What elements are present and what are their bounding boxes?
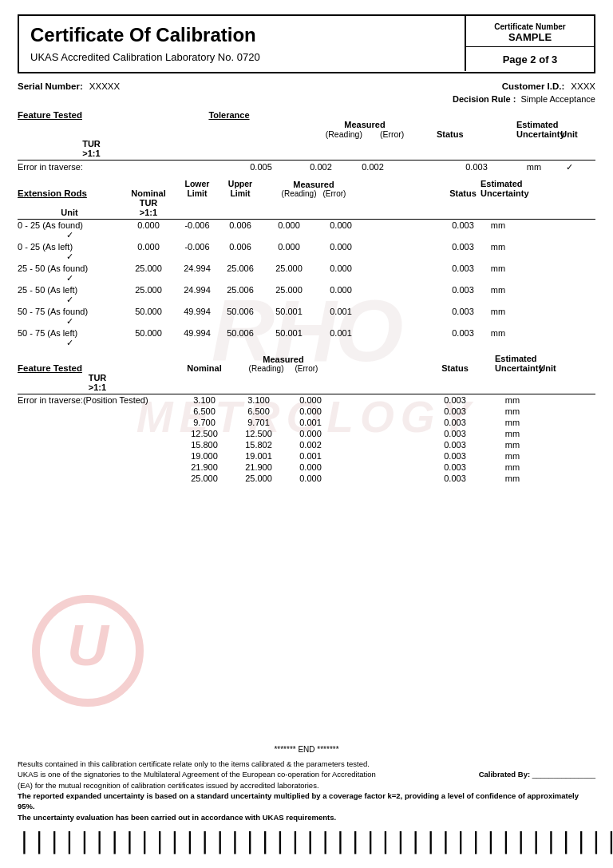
s1-feature-name: Error in traverse: <box>18 162 165 172</box>
footer-line1: Results contained in this calibration ce… <box>18 759 595 769</box>
s1-uncertainty-val: 0.003 <box>437 162 516 172</box>
table-row: 21.900 21.900 0.000 0.003 mm <box>18 462 595 473</box>
s2-unit-header: Unit <box>18 208 121 217</box>
s1-error-val: 0.002 <box>349 162 397 172</box>
customer-value: XXXX <box>571 81 595 91</box>
footer-line5: The uncertainty evaluation has been carr… <box>18 812 595 822</box>
table-row: 15.800 15.802 0.002 0.003 mm <box>18 439 595 450</box>
page-number-value: Page 2 of 3 <box>471 54 589 65</box>
calibrated-by: Calibrated By: _______________ <box>479 769 595 779</box>
s2-upper-header: Upper Limit <box>219 179 262 198</box>
logo-watermark: U <box>32 595 144 708</box>
table-row: 50 - 75 (As found) 50.000 49.994 50.006 … <box>18 306 595 327</box>
page-number-box: Page 2 of 3 <box>466 47 594 72</box>
s1-unit-val: mm <box>516 162 552 172</box>
cert-number-label: Certificate Number <box>471 22 589 31</box>
decision-row: Decision Rule : Simple Acceptance <box>18 94 595 104</box>
s1-reading-val: 0.002 <box>293 162 349 172</box>
serial-label: Serial Number: <box>18 81 83 91</box>
table-row: Error in traverse:(Position Tested) 3.10… <box>18 394 595 406</box>
section3: Feature Tested Nominal Measured (Reading… <box>18 354 595 484</box>
s1-tolerance-val: 0.005 <box>229 162 293 172</box>
s1-tolerance-header: Tolerance <box>165 110 293 120</box>
table-row: 25.000 25.000 0.000 0.003 mm <box>18 473 595 484</box>
table-row: 9.700 9.701 0.001 0.003 mm <box>18 417 595 428</box>
header: Certificate Of Calibration UKAS Accredit… <box>18 14 595 73</box>
s1-unit-header: Unit <box>552 129 587 139</box>
s3-unit-header: Unit <box>530 363 565 373</box>
s2-uncertainty-header: Estimated Uncertainty <box>481 179 516 198</box>
decision-label: Decision Rule : <box>453 94 516 104</box>
cert-number-value: SAMPLE <box>471 31 589 43</box>
footer-main: Results contained in this calibration ce… <box>18 759 595 857</box>
svg-text:U: U <box>67 613 110 677</box>
cert-number-box: Certificate Number SAMPLE <box>466 16 594 47</box>
s3-measured-header: Measured (Reading) (Error) <box>231 355 335 373</box>
s1-status-header: Status <box>437 129 516 139</box>
s2-status-header: Status <box>445 188 481 198</box>
section1: Feature Tested Tolerance Measured (Readi… <box>18 110 595 174</box>
customer-label: Customer I.D.: <box>502 81 565 91</box>
s2-data-rows: 0 - 25 (As found) 0.000 -0.006 0.006 0.0… <box>18 220 595 349</box>
serial-item: Serial Number: XXXXX <box>18 81 120 91</box>
s1-tur-val: ✓ <box>552 162 587 172</box>
s1-tur-header: TUR >1:1 <box>18 139 165 158</box>
footer-end: ******* END ******* <box>18 745 595 754</box>
s2-tur-header: TUR >1:1 <box>121 198 176 217</box>
footer-calibrated-row: UKAS is one of the signatories to the Mu… <box>18 769 595 779</box>
table-row: 19.000 19.001 0.001 0.003 mm <box>18 450 595 462</box>
s3-tur-header: TUR >1:1 <box>18 373 177 392</box>
s1-measured-header: Measured (Reading) (Error) <box>293 120 437 139</box>
table-row: 12.500 12.500 0.000 0.003 mm <box>18 428 595 439</box>
section2: Extension Rods Nominal Lower Limit Upper… <box>18 179 595 349</box>
serial-customer-row: Serial Number: XXXXX Customer I.D.: XXXX <box>18 81 595 91</box>
s1-uncertainty-header: Estimated Uncertainty <box>516 120 552 139</box>
footer-line3: (EA) for the mutual recognition of calib… <box>18 780 595 791</box>
s3-data-rows: Error in traverse:(Position Tested) 3.10… <box>18 394 595 484</box>
decision-item: Decision Rule : Simple Acceptance <box>453 94 595 104</box>
serial-value: XXXXX <box>89 81 120 91</box>
footer-line2: UKAS is one of the signatories to the Mu… <box>18 769 376 779</box>
s3-nominal-header: Nominal <box>177 363 231 373</box>
s3-status-header: Status <box>415 363 495 373</box>
s2-nominal-header: Nominal <box>121 188 176 198</box>
table-row: 6.500 6.500 0.000 0.003 mm <box>18 406 595 417</box>
table-row: 50 - 75 (As left) 50.000 49.994 50.006 5… <box>18 327 595 349</box>
lab-subtitle: UKAS Accredited Calibration Laboratory N… <box>30 51 453 63</box>
footer-line4: The reported expanded uncertainty is bas… <box>18 791 595 812</box>
page-title: Certificate Of Calibration <box>30 24 453 46</box>
s2-measured-header: Measured (Reading) (Error) <box>262 180 366 198</box>
s2-lower-header: Lower Limit <box>176 179 219 198</box>
footer: ******* END ******* Results contained in… <box>18 745 595 857</box>
table-row: 0 - 25 (As left) 0.000 -0.006 0.006 0.00… <box>18 241 595 263</box>
s3-feature-header: Feature Tested <box>18 363 177 373</box>
s2-feature-header: Extension Rods <box>18 188 121 198</box>
header-left: Certificate Of Calibration UKAS Accredit… <box>19 16 466 71</box>
table-row: 0 - 25 (As found) 0.000 -0.006 0.006 0.0… <box>18 220 595 241</box>
barcode: ||||||||||||||||||||||||||||||||||||||||… <box>18 826 595 857</box>
table-row: 25 - 50 (As left) 25.000 24.994 25.006 2… <box>18 284 595 306</box>
customer-item: Customer I.D.: XXXX <box>502 81 595 91</box>
table-row: 25 - 50 (As found) 25.000 24.994 25.006 … <box>18 263 595 284</box>
s1-feature-header: Feature Tested <box>18 110 165 120</box>
decision-value: Simple Acceptance <box>520 94 595 104</box>
header-right: Certificate Number SAMPLE Page 2 of 3 <box>466 16 594 72</box>
s3-uncertainty-header: Estimated Uncertainty <box>495 354 530 373</box>
s1-data-row: Error in traverse: 0.005 0.002 0.002 0.0… <box>18 161 595 174</box>
